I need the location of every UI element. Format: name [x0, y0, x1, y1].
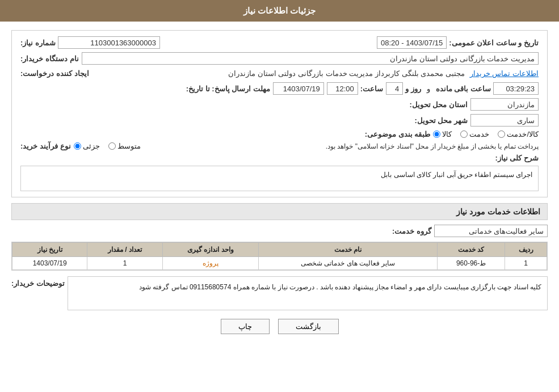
- row-number-date: تاریخ و ساعت اعلان عمومی: 1403/07/15 - 0…: [20, 36, 539, 49]
- remaining-label: ساعت باقی مانده: [436, 85, 491, 93]
- services-table-container: ردیف کد خدمت نام خدمت واحد اندازه گیری ت…: [11, 242, 548, 271]
- category-option-khedmat: خدمت: [460, 130, 489, 138]
- service-group-label: گروه خدمت:: [392, 227, 431, 235]
- response-deadline-label: مهلت ارسال پاسخ: تا تاریخ:: [186, 85, 270, 93]
- category-label-kala-khedmat: کالا/خدمت: [507, 130, 539, 138]
- services-section: اطلاعات خدمات مورد نیاز سایر فعالیت‌های …: [11, 203, 548, 271]
- response-days-label: روز و: [405, 85, 421, 93]
- category-label-kala: کالا: [442, 130, 452, 138]
- buttons-row: بازگشت چاپ: [11, 319, 548, 334]
- remaining-time-value: 03:29:23: [493, 82, 539, 95]
- col-date: تاریخ نیاز: [12, 243, 87, 257]
- service-group-value: سایر فعالیت‌های خدماتی: [434, 225, 548, 237]
- col-row-num: ردیف: [505, 243, 547, 257]
- need-number-group: 1103001363000003 شماره نیاز:: [20, 36, 160, 49]
- purchase-type-label: نوع فرآیند خرید:: [20, 142, 71, 150]
- response-deadline-row: 03:29:23 ساعت باقی مانده و روز و 4 ساعت:…: [20, 82, 539, 95]
- province-row: مازندران استان محل تحویل:: [20, 98, 539, 111]
- announcement-date-value: 1403/07/15 - 08:20: [377, 36, 447, 49]
- city-value: ساری: [470, 114, 539, 127]
- buyer-org-label: نام دستگاه خریدار:: [20, 54, 79, 63]
- purchase-label-jozei: جزئی: [83, 142, 100, 150]
- table-row: 1ط-96-960سایر فعالیت های خدماتی شخصیپروژ…: [12, 257, 547, 270]
- creator-value: مجتبی محمدی بلنگی کاربرداز مدیریت خدمات …: [92, 68, 467, 79]
- description-box: اجرای سیستم اطفاء حریق آبی انبار کالای ا…: [20, 166, 539, 191]
- back-button[interactable]: بازگشت: [278, 319, 339, 334]
- col-unit: واحد اندازه گیری: [162, 243, 258, 257]
- need-number-value: 1103001363000003: [58, 36, 160, 49]
- purchase-radio-jozei[interactable]: [74, 142, 81, 150]
- category-radio-group: کالا/خدمت خدمت کالا: [433, 130, 539, 138]
- buyer-notes-section: کلیه اسناد جهت بارگزاری میبایست دارای مه…: [11, 276, 548, 310]
- city-label: شهر محل تحویل:: [414, 116, 468, 125]
- category-row: کالا/خدمت خدمت کالا طبقه بندی موضوعی:: [20, 130, 539, 138]
- cell-unit: پروژه: [162, 257, 258, 270]
- category-option-kala: کالا: [433, 130, 452, 138]
- days-group: روز و 4: [386, 82, 421, 95]
- date-group: 1403/07/19: [273, 82, 324, 95]
- category-radio-khedmat[interactable]: [460, 130, 468, 138]
- col-quantity: تعداد / مقدار: [87, 243, 162, 257]
- cell-service-name: سایر فعالیت های خدماتی شخصی: [259, 257, 438, 270]
- services-table: ردیف کد خدمت نام خدمت واحد اندازه گیری ت…: [12, 242, 547, 270]
- buyer-notes-label: توضیحات خریدار:: [11, 276, 65, 288]
- cell-row-num: 1: [505, 257, 547, 270]
- table-header-row: ردیف کد خدمت نام خدمت واحد اندازه گیری ت…: [12, 243, 547, 257]
- city-row: ساری شهر محل تحویل:: [20, 114, 539, 127]
- announcement-date-group: تاریخ و ساعت اعلان عمومی: 1403/07/15 - 0…: [377, 36, 539, 49]
- buyer-org-row: مدیریت خدمات بازرگانی دولتی استان مازندر…: [20, 52, 539, 65]
- services-section-title: اطلاعات خدمات مورد نیاز: [11, 203, 548, 220]
- remaining-group: 03:29:23 ساعت باقی مانده: [436, 82, 539, 95]
- response-time-value: 12:00: [327, 82, 358, 95]
- time-group: ساعت: 12:00: [327, 82, 383, 95]
- purchase-note: پرداخت تمام یا بخشی از مبلغ خریدار از مح…: [144, 142, 539, 150]
- buyer-notes-text: کلیه اسناد جهت بارگزاری میبایست دارای مه…: [139, 283, 541, 291]
- province-label: استان محل تحویل:: [409, 100, 468, 109]
- creator-label: ایجاد کننده درخواست:: [20, 69, 89, 78]
- category-option-kala-khedmat: کالا/خدمت: [498, 130, 539, 138]
- description-value: اجرای سیستم اطفاء حریق آبی انبار کالای ا…: [381, 171, 532, 179]
- purchase-option-jozei: جزئی: [74, 142, 100, 150]
- description-label-row: شرح کلی نیاز:: [20, 154, 539, 162]
- province-value: مازندران: [470, 98, 539, 111]
- purchase-radio-group: متوسط جزئی: [74, 142, 141, 150]
- creator-row: اطلاعات تماس خریدار مجتبی محمدی بلنگی کا…: [20, 68, 539, 79]
- buyer-notes-box: کلیه اسناد جهت بارگزاری میبایست دارای مه…: [68, 276, 548, 310]
- category-label-main: طبقه بندی موضوعی:: [365, 130, 431, 138]
- announcement-date-label: تاریخ و ساعت اعلان عمومی:: [449, 39, 539, 47]
- purchase-option-motavasset: متوسط: [108, 142, 141, 150]
- response-days-value: 4: [386, 82, 403, 95]
- category-radio-kala-khedmat[interactable]: [498, 130, 505, 138]
- purchase-type-row: پرداخت تمام یا بخشی از مبلغ خریدار از مح…: [20, 142, 539, 150]
- category-label-khedmat: خدمت: [469, 130, 489, 138]
- response-time-label: ساعت:: [360, 85, 383, 93]
- response-date-value: 1403/07/19: [273, 82, 324, 95]
- cell-date: 1403/07/19: [12, 257, 87, 270]
- need-number-label: شماره نیاز:: [20, 39, 56, 47]
- col-service-code: کد خدمت: [437, 243, 505, 257]
- cell-service-code: ط-96-960: [437, 257, 505, 270]
- main-info-section: تاریخ و ساعت اعلان عمومی: 1403/07/15 - 0…: [11, 30, 548, 197]
- purchase-radio-motavasset[interactable]: [108, 142, 116, 150]
- description-label: شرح کلی نیاز:: [495, 154, 539, 162]
- buyer-org-value: مدیریت خدمات بازرگانی دولتی استان مازندر…: [82, 52, 539, 65]
- print-button[interactable]: چاپ: [221, 319, 270, 334]
- page-title: جزئیات اطلاعات نیاز: [243, 6, 316, 15]
- cell-quantity: 1: [87, 257, 162, 270]
- page-header: جزئیات اطلاعات نیاز: [0, 0, 559, 22]
- col-service-name: نام خدمت: [259, 243, 438, 257]
- service-group-row: سایر فعالیت‌های خدماتی گروه خدمت:: [11, 225, 548, 237]
- purchase-label-motavasset: متوسط: [117, 142, 141, 150]
- contact-info-link[interactable]: اطلاعات تماس خریدار: [470, 69, 539, 78]
- category-radio-kala[interactable]: [433, 130, 440, 138]
